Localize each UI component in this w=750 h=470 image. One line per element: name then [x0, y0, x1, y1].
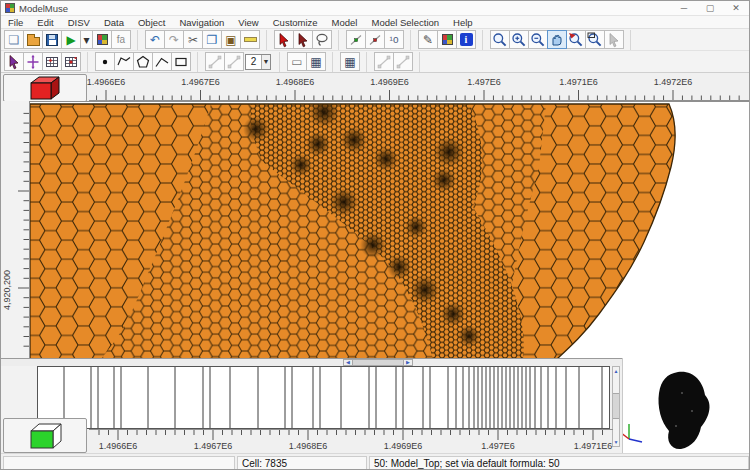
menu-view[interactable]: View — [231, 16, 265, 29]
front-bottom-ruler-label: 1.497E6 — [474, 441, 522, 451]
title-bar: ModelMuse ─ ▢ ✕ — [1, 1, 749, 16]
scroll-up-button[interactable]: ▲ — [613, 367, 619, 375]
zoom-in-button[interactable] — [509, 30, 529, 49]
zoom-extents-button[interactable] — [585, 30, 605, 49]
top-ruler-label: 1.497E6 — [460, 77, 508, 87]
font-button[interactable]: fa — [111, 30, 131, 49]
top-view-orientation-cube[interactable] — [3, 74, 87, 102]
front-vertical-scrollbar[interactable]: ▲ ▼ — [612, 366, 620, 447]
status-panel-empty — [3, 456, 235, 470]
top-ruler-label: 1.4971E6 — [555, 77, 603, 87]
undo-button[interactable]: ↶ — [145, 30, 165, 49]
menu-file[interactable]: File — [1, 16, 30, 29]
left-ruler-label: 4,920,200 — [2, 267, 12, 313]
horizontal-scrollbar[interactable]: ◀ ▶ — [343, 359, 413, 366]
zoom-point-button[interactable] — [566, 30, 586, 49]
menu-data[interactable]: Data — [97, 16, 131, 29]
insert-vertex-button[interactable] — [346, 30, 366, 49]
front-bottom-ruler — [89, 429, 613, 442]
paste-button[interactable]: ▣ — [221, 30, 241, 49]
close-button[interactable]: ✕ — [723, 1, 749, 16]
color-grid-button[interactable] — [437, 30, 457, 49]
run-model-button[interactable]: ▶ — [61, 30, 81, 49]
insert-node-button[interactable] — [205, 52, 225, 71]
refine-grid-button[interactable] — [61, 52, 81, 71]
info-button[interactable]: i — [456, 30, 476, 49]
toolbar-standard: ❏▶▾fa↶↷✂❐▣¹o✎i — [1, 29, 749, 51]
front-view-canvas[interactable] — [37, 366, 610, 429]
top-view-canvas[interactable] — [30, 101, 750, 358]
menu-model-selection[interactable]: Model Selection — [364, 16, 446, 29]
menu-help[interactable]: Help — [446, 16, 480, 29]
create-straight-line-button[interactable] — [152, 52, 172, 71]
open-file-button[interactable] — [23, 30, 43, 49]
zoom-button[interactable] — [490, 30, 510, 49]
front-bottom-ruler-label: 1.4966E6 — [94, 441, 142, 451]
scroll-thumb[interactable] — [613, 393, 619, 419]
scroll-right-button[interactable]: ▶ — [404, 360, 412, 365]
three-d-model-blob — [623, 358, 750, 453]
subdivide-button[interactable]: ¹o — [384, 30, 404, 49]
scroll-left-button[interactable]: ◀ — [344, 360, 352, 365]
menu-disv[interactable]: DISV — [61, 16, 97, 29]
disv-mesh — [30, 102, 750, 359]
scroll-thumb[interactable] — [352, 360, 404, 365]
top-ruler-label: 1.4972E6 — [649, 77, 697, 87]
left-ruler: 4,920,200 4,920,100 — [1, 101, 30, 358]
status-bar: Cell: 7835 50: Model_Top; set via defaul… — [1, 453, 750, 470]
top-ruler-label: 1.4966E6 — [82, 77, 130, 87]
edit-vertex-values-button[interactable]: ✎ — [418, 30, 438, 49]
red-cube-icon — [17, 75, 73, 101]
three-d-view[interactable] — [622, 358, 750, 453]
save-file-button[interactable] — [42, 30, 62, 49]
window-title: ModelMuse — [19, 3, 68, 14]
delete-vertex-button[interactable] — [393, 52, 413, 71]
menu-navigation[interactable]: Navigation — [172, 16, 231, 29]
zoom-out-button[interactable] — [528, 30, 548, 49]
select-nodes-button[interactable] — [293, 30, 313, 49]
redo-button[interactable]: ↷ — [164, 30, 184, 49]
export-modpath-button[interactable] — [92, 30, 112, 49]
select-with-line-button[interactable] — [4, 52, 24, 71]
app-icon — [5, 3, 15, 13]
previous-position-button[interactable] — [604, 30, 624, 49]
front-bottom-ruler-label: 1.4967E6 — [189, 441, 237, 451]
show-ruler-button[interactable]: ▭ — [287, 52, 307, 71]
menu-object[interactable]: Object — [131, 16, 172, 29]
status-message: 50: Model_Top; set via default formula: … — [369, 456, 749, 470]
front-bottom-ruler-label: 1.4968E6 — [284, 441, 332, 451]
lasso-select-button[interactable] — [312, 30, 332, 49]
front-bottom-ruler-label: 1.4969E6 — [379, 441, 427, 451]
create-polygon-button[interactable] — [133, 52, 153, 71]
move-vertex-button[interactable] — [374, 52, 394, 71]
create-point-button[interactable] — [95, 52, 115, 71]
create-polyline-button[interactable] — [114, 52, 134, 71]
show-grid-values-button[interactable]: ▦ — [306, 52, 326, 71]
top-ruler-label: 1.4969E6 — [366, 77, 414, 87]
menu-bar: FileEditDISVDataObjectNavigationViewCust… — [1, 16, 749, 29]
create-rectangle-button[interactable] — [171, 52, 191, 71]
minimize-button[interactable]: ─ — [671, 1, 697, 16]
maximize-button[interactable]: ▢ — [697, 1, 723, 16]
pan-button[interactable] — [547, 30, 567, 49]
select-objects-button[interactable] — [274, 30, 294, 49]
status-cell: Cell: 7835 — [237, 456, 367, 470]
new-file-button[interactable]: ❏ — [4, 30, 24, 49]
menu-customize[interactable]: Customize — [266, 16, 325, 29]
menu-edit[interactable]: Edit — [30, 16, 60, 29]
delete-segment-button[interactable] — [365, 30, 385, 49]
front-view-orientation-cube[interactable] — [3, 418, 87, 453]
menu-model[interactable]: Model — [325, 16, 365, 29]
measure-button[interactable] — [240, 30, 260, 49]
top-ruler-label: 1.4968E6 — [271, 77, 319, 87]
modelmuse-window: ModelMuse ─ ▢ ✕ FileEditDISVDataObjectNa… — [0, 0, 750, 470]
edit-grid-button[interactable] — [42, 52, 62, 71]
delete-node-button[interactable] — [224, 52, 244, 71]
front-bottom-ruler-label: 1.4971E6 — [569, 441, 617, 451]
copy-button[interactable]: ❐ — [202, 30, 222, 49]
show-table-button[interactable]: ▦ — [340, 52, 360, 71]
move-objects-button[interactable] — [23, 52, 43, 71]
cut-button[interactable]: ✂ — [183, 30, 203, 49]
toolbar-objects: 2▼▭▦▦ — [1, 51, 749, 73]
layer-dropdown[interactable]: 2▼ — [243, 52, 273, 71]
